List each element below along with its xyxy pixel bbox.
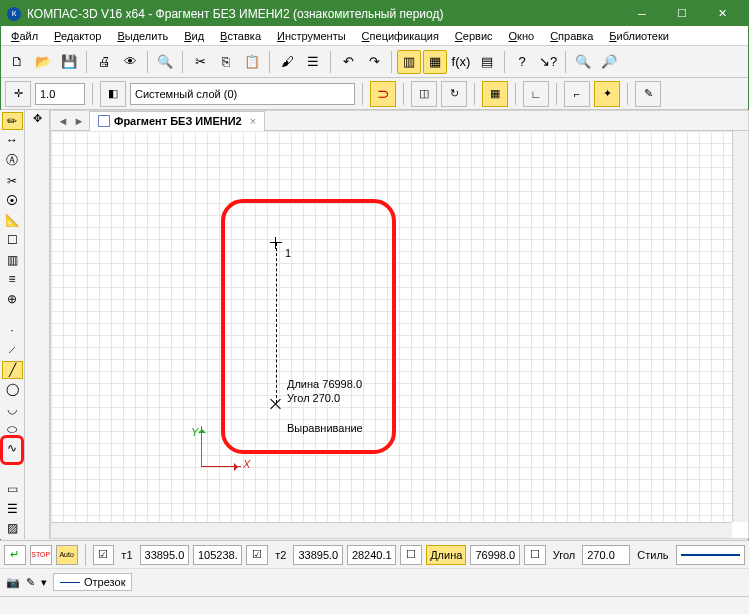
property-row-tabs: 📷 ✎ ▾ Отрезок <box>0 569 749 595</box>
whats-this-icon[interactable]: ↘? <box>536 50 560 74</box>
property-bar: ↵ STOP Auto ☑ т1 33895.0 105238. ☑ т2 33… <box>0 540 749 596</box>
layer-icon[interactable]: ◧ <box>100 81 126 107</box>
help-icon[interactable]: ? <box>510 50 534 74</box>
tab-close-icon[interactable]: × <box>250 115 256 127</box>
reports-tool-icon[interactable]: ≡ <box>2 270 23 288</box>
snap-axis-icon[interactable]: ✛ <box>5 81 31 107</box>
t2-x-input[interactable]: 33895.0 <box>293 545 342 565</box>
fx-icon[interactable]: f(x) <box>449 50 473 74</box>
angle-input[interactable]: 270.0 <box>582 545 630 565</box>
menu-select[interactable]: Выделить <box>111 28 174 44</box>
measure-tool-icon[interactable]: 📐 <box>2 212 23 230</box>
spec-tool-icon[interactable]: ▥ <box>2 251 23 269</box>
canvas[interactable]: Y X 1 Длина 76998.0 Угол 270.0 Выравнива… <box>51 131 732 522</box>
autolines-tool-icon[interactable]: ☰ <box>2 500 23 518</box>
maximize-button[interactable]: ☐ <box>662 1 702 26</box>
menu-view[interactable]: Вид <box>178 28 210 44</box>
round-icon[interactable]: ↻ <box>441 81 467 107</box>
circle-tool-icon[interactable]: ◯ <box>2 381 23 399</box>
titlebar: К КОМПАС-3D V16 x64 - Фрагмент БЕЗ ИМЕНИ… <box>1 1 748 26</box>
zoom-window-icon[interactable]: 🔍 <box>571 50 595 74</box>
segment-tab[interactable]: Отрезок <box>53 573 132 591</box>
dimensions-tool-icon[interactable]: ↔ <box>2 132 23 150</box>
menu-help[interactable]: Справка <box>544 28 599 44</box>
style-select[interactable] <box>676 545 746 565</box>
grid-icon[interactable]: ▦ <box>482 81 508 107</box>
menu-service[interactable]: Сервис <box>449 28 499 44</box>
preview-icon[interactable]: 👁 <box>118 50 142 74</box>
segment-tab-label: Отрезок <box>84 576 125 588</box>
layer-select[interactable] <box>130 83 355 105</box>
vars-icon[interactable]: ▤ <box>475 50 499 74</box>
length-readout: Длина 76998.0 <box>287 377 362 391</box>
properties-icon[interactable]: ☰ <box>301 50 325 74</box>
zoom-fit-icon[interactable]: 🔎 <box>597 50 621 74</box>
open-icon[interactable]: 📂 <box>31 50 55 74</box>
brush3-icon[interactable]: ✎ <box>26 576 35 589</box>
tab-prev-icon[interactable]: ◄ <box>57 115 69 127</box>
minimize-button[interactable]: ─ <box>622 1 662 26</box>
new-icon[interactable]: 🗋 <box>5 50 29 74</box>
align-readout: Выравнивание <box>287 421 363 435</box>
insert-tool-icon[interactable]: ⊕ <box>2 290 23 308</box>
notation-tool-icon[interactable]: Ⓐ <box>2 151 23 170</box>
menu-tools[interactable]: Инструменты <box>271 28 352 44</box>
ang-lock-icon[interactable]: ☐ <box>524 545 546 565</box>
brush-icon[interactable]: 🖌 <box>275 50 299 74</box>
cut-icon[interactable]: ✂ <box>188 50 212 74</box>
select-tool-icon[interactable]: ☐ <box>2 231 23 249</box>
tab-fragment[interactable]: Фрагмент БЕЗ ИМЕНИ2 × <box>89 111 265 131</box>
scrollbar-vertical[interactable] <box>732 131 748 522</box>
menu-window[interactable]: Окно <box>503 28 541 44</box>
scale-input[interactable] <box>35 83 85 105</box>
pan-icon[interactable]: ✥ <box>33 112 42 125</box>
param-tool-icon[interactable]: ⦿ <box>2 192 23 210</box>
snap-toggle-icon[interactable]: ✦ <box>594 81 620 107</box>
t2-y-input[interactable]: 28240.1 <box>347 545 396 565</box>
stop-icon[interactable]: STOP <box>30 545 52 565</box>
save-icon[interactable]: 💾 <box>57 50 81 74</box>
t1-x-input[interactable]: 33895.0 <box>140 545 189 565</box>
zoom-icon[interactable]: 🔍 <box>153 50 177 74</box>
tab-next-icon[interactable]: ► <box>73 115 85 127</box>
more-icon[interactable]: ▾ <box>41 576 47 589</box>
ortho-icon[interactable]: ◫ <box>411 81 437 107</box>
manager2-icon[interactable]: ▦ <box>423 50 447 74</box>
point-t1-icon <box>270 237 282 249</box>
geometry-tool-icon[interactable]: ✏ <box>2 112 23 130</box>
edit-tool-icon[interactable]: ✂ <box>2 172 23 190</box>
menu-file[interactable]: Файл <box>5 28 44 44</box>
menu-insert[interactable]: Вставка <box>214 28 267 44</box>
apply-icon[interactable]: ↵ <box>4 545 26 565</box>
auto-icon[interactable]: Auto <box>56 545 78 565</box>
undo-icon[interactable]: ↶ <box>336 50 360 74</box>
manager1-icon[interactable]: ▥ <box>397 50 421 74</box>
point-tool-icon[interactable]: · <box>2 322 23 340</box>
copy-icon[interactable]: ⎘ <box>214 50 238 74</box>
segment-tool-icon[interactable]: ╱ <box>2 361 23 379</box>
menu-libs[interactable]: Библиотеки <box>603 28 675 44</box>
menu-edit[interactable]: Редактор <box>48 28 107 44</box>
brush2-icon[interactable]: ✎ <box>635 81 661 107</box>
local-cs-icon[interactable]: ∟ <box>523 81 549 107</box>
rect-tool-icon[interactable]: ▭ <box>2 480 23 498</box>
menubar: Файл Редактор Выделить Вид Вставка Инстр… <box>1 26 748 46</box>
camera-icon[interactable]: 📷 <box>6 576 20 589</box>
arc-tool-icon[interactable]: ◡ <box>2 400 23 418</box>
paste-icon[interactable]: 📋 <box>240 50 264 74</box>
magnet-icon[interactable]: ⊃ <box>370 81 396 107</box>
length-input[interactable]: 76998.0 <box>470 545 519 565</box>
len-lock-icon[interactable]: ☐ <box>400 545 422 565</box>
scrollbar-horizontal[interactable] <box>51 522 732 538</box>
t2-lock-icon[interactable]: ☑ <box>246 545 268 565</box>
hatch-tool-icon[interactable]: ▨ <box>2 519 23 537</box>
close-button[interactable]: ✕ <box>702 1 742 26</box>
menu-spec[interactable]: Спецификация <box>356 28 445 44</box>
redo-icon[interactable]: ↷ <box>362 50 386 74</box>
t1-y-input[interactable]: 105238. <box>193 545 242 565</box>
aux-line-icon[interactable]: ⟋ <box>2 341 23 359</box>
print-icon[interactable]: 🖨 <box>92 50 116 74</box>
param-icon[interactable]: ⌐ <box>564 81 590 107</box>
t1-lock-icon[interactable]: ☑ <box>93 545 115 565</box>
main-toolbar: 🗋 📂 💾 🖨 👁 🔍 ✂ ⎘ 📋 🖌 ☰ ↶ ↷ ▥ ▦ f(x) ▤ ? ↘… <box>1 46 748 78</box>
